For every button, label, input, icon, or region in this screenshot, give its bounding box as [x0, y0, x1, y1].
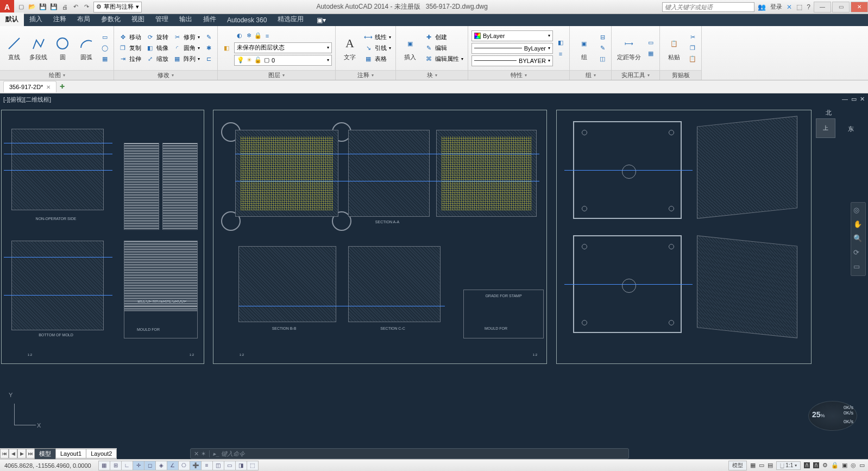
cmd-opts-icon[interactable]: ✶ [201, 450, 206, 457]
ribbon-tab-parametric[interactable]: 参数化 [96, 12, 126, 26]
ellipse-icon[interactable]: ◯ [99, 43, 110, 53]
file-tab-active[interactable]: 356-917-2D* ✕ [3, 81, 56, 92]
sc-toggle[interactable]: ◨ [235, 461, 247, 470]
trim-button[interactable]: ✂修剪▾ [172, 33, 201, 42]
prop-list-icon[interactable]: ≡ [555, 49, 566, 59]
status-annovis-icon[interactable]: 🅰 [813, 462, 819, 469]
ribbon-tab-default[interactable]: 默认 [0, 12, 24, 26]
group-button[interactable]: ▣组 [573, 34, 595, 62]
workspace-selector[interactable]: ⚙ 草图与注释 ▾ [93, 2, 142, 12]
array-button[interactable]: ▦阵列▾ [172, 54, 201, 64]
polyline-button[interactable]: 多段线 [27, 34, 49, 62]
ribbon-tab-addins[interactable]: 插件 [198, 12, 222, 26]
layer-current-combo[interactable]: 💡☀🔓▢0▾ [234, 55, 332, 66]
nav-showmo-icon[interactable]: ▭ [853, 262, 863, 272]
match-prop-icon[interactable]: ◧ [555, 38, 566, 48]
nav-wheel-icon[interactable]: ◎ [853, 206, 863, 216]
layer-lock-icon[interactable]: 🔒 [254, 32, 262, 40]
snap-toggle[interactable]: ▦ [98, 461, 110, 470]
ungroup-icon[interactable]: ⊟ [597, 33, 608, 42]
command-line[interactable]: ✕✶ ▸_ 键入命令 [190, 448, 629, 459]
maximize-button[interactable]: ▭ [832, 2, 850, 12]
explode-icon[interactable]: ✱ [203, 43, 214, 53]
tpy-toggle[interactable]: ◫ [212, 461, 224, 470]
erase-icon[interactable]: ✎ [203, 33, 214, 42]
ortho-toggle[interactable]: ∟ [121, 461, 133, 470]
dim-linear-button[interactable]: ⟷线性▾ [363, 33, 392, 42]
ribbon-tab-annotate[interactable]: 注释 [48, 12, 72, 26]
clean-screen-icon[interactable]: ▭ [859, 462, 865, 469]
ribbon-tab-insert[interactable]: 插入 [24, 12, 48, 26]
new-icon[interactable]: ▢ [16, 2, 26, 12]
otrack-toggle[interactable]: ∠ [167, 461, 179, 470]
isolate-objects-icon[interactable]: ◎ [851, 462, 856, 469]
file-tab-close-icon[interactable]: ✕ [46, 84, 51, 90]
login-button[interactable]: 登录 [770, 3, 782, 11]
layout-next-icon[interactable]: ▶ [17, 449, 26, 459]
status-layout-icon[interactable]: ▤ [768, 462, 773, 469]
ribbon-tab-a360[interactable]: Autodesk 360 [222, 14, 272, 26]
3dosnap-toggle[interactable]: ◈ [155, 461, 167, 470]
hatch-icon[interactable]: ▦ [99, 54, 110, 64]
view-min-icon[interactable]: — [842, 96, 848, 103]
circle-button[interactable]: 圆 [52, 34, 73, 62]
dynin-toggle[interactable]: ➕ [190, 461, 202, 470]
leader-button[interactable]: ↘引线▾ [363, 43, 392, 53]
ribbon-tab-manage[interactable]: 管理 [150, 12, 174, 26]
signin-icon[interactable]: 👥 [758, 3, 766, 11]
ribbon-tab-view[interactable]: 视图 [126, 12, 150, 26]
status-lock-icon[interactable]: 🔒 [831, 462, 839, 469]
saveas-icon[interactable]: 💾 [49, 2, 59, 12]
ducs-toggle[interactable]: ⎔ [178, 461, 190, 470]
color-combo[interactable]: ByLayer▾ [471, 30, 553, 41]
model-space-label[interactable]: 模型 [728, 461, 747, 470]
annotation-scale[interactable]: 🀆 1:1 ▾ [776, 461, 801, 470]
cut-icon[interactable]: ✂ [687, 33, 698, 42]
performance-widget[interactable]: 0K/s 25% 0K/s 0K/s [808, 401, 857, 431]
status-annoscale-icon[interactable]: 🅰 [804, 462, 810, 469]
layer-state-combo[interactable]: 未保存的图层状态▾ [234, 42, 332, 53]
block-edit-button[interactable]: ✎编辑 [423, 43, 464, 53]
grid-toggle[interactable]: ⊞ [110, 461, 122, 470]
qp-toggle[interactable]: ▭ [224, 461, 236, 470]
layout-first-icon[interactable]: ⏮ [0, 449, 9, 459]
select-icon[interactable]: ▭ [645, 38, 656, 48]
am-toggle[interactable]: ⬚ [247, 461, 259, 470]
layout-tab-model[interactable]: 模型 [34, 448, 56, 460]
status-grid-icon[interactable]: ▦ [750, 462, 756, 469]
layout-prev-icon[interactable]: ◀ [9, 449, 17, 459]
cloud-icon[interactable]: ⬚ [796, 3, 802, 11]
polar-toggle[interactable]: ✛ [133, 461, 144, 470]
rect-icon[interactable]: ▭ [99, 33, 110, 42]
linetype-combo[interactable]: ByLayer▾ [471, 43, 553, 54]
block-create-button[interactable]: ✚创建 [423, 33, 464, 42]
layout-last-icon[interactable]: ⏭ [26, 449, 35, 459]
offset-icon[interactable]: ⊏ [203, 54, 214, 64]
workspace-switch-icon[interactable]: ⚙ [822, 462, 828, 469]
copy-button[interactable]: ❐复制 [117, 43, 142, 53]
view-close-icon[interactable]: ✕ [860, 96, 865, 103]
help-search-input[interactable] [662, 2, 754, 12]
block-attr-button[interactable]: ⌘编辑属性▾ [423, 54, 464, 64]
nav-orbit-icon[interactable]: ⟳ [853, 248, 863, 258]
ribbon-tab-featured[interactable]: 精选应用 [272, 12, 309, 26]
layer-freeze-icon[interactable]: ❄ [244, 32, 253, 40]
ribbon-tab-layout[interactable]: 布局 [72, 12, 96, 26]
table-button[interactable]: ▦表格 [363, 54, 392, 64]
text-button[interactable]: A文字 [339, 34, 361, 62]
osnap-toggle[interactable]: ◻ [144, 461, 156, 470]
hardware-accel-icon[interactable]: ▣ [842, 462, 847, 469]
view-cube-face[interactable]: 上 [816, 118, 835, 138]
close-button[interactable]: ✕ [851, 2, 868, 12]
ribbon-tab-output[interactable]: 输出 [174, 12, 198, 26]
insert-button[interactable]: ▣插入 [399, 34, 421, 62]
save-icon[interactable]: 💾 [38, 2, 48, 12]
rotate-button[interactable]: ⟳旋转 [144, 33, 169, 42]
drawing-viewport[interactable]: [-][俯视][二维线框] — ▭ ✕ NON-OPERATOR SIDE BO… [0, 93, 868, 447]
exchange-icon[interactable]: ✕ [787, 3, 792, 11]
new-tab-icon[interactable]: ✚ [60, 83, 65, 90]
paste-spec-icon[interactable]: 📋 [687, 54, 698, 64]
group-edit-icon[interactable]: ✎ [597, 43, 608, 53]
redo-icon[interactable]: ↷ [81, 2, 91, 12]
paste-button[interactable]: 📋粘贴 [663, 34, 685, 62]
